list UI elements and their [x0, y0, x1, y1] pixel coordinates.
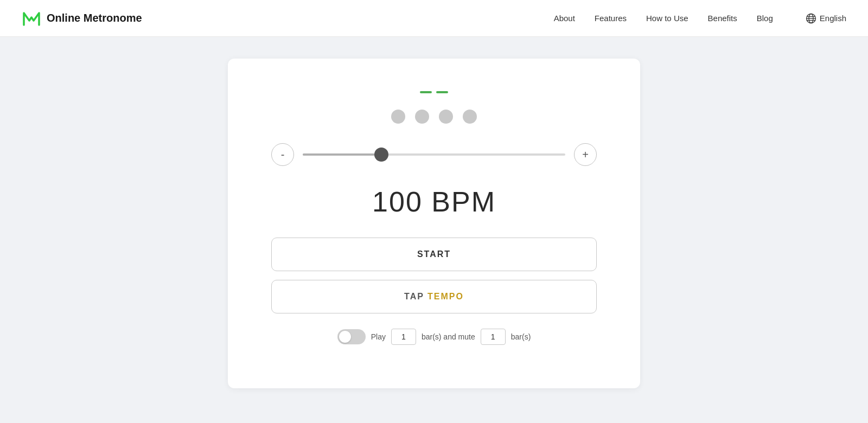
- mute-bar-controls: Play bar(s) and mute bar(s): [337, 329, 531, 345]
- decrease-tempo-button[interactable]: -: [271, 143, 294, 166]
- logo-icon: [22, 9, 41, 28]
- slider-fill: [303, 153, 381, 156]
- metronome-card: - + 100 BPM START TAP TEMPO Play: [228, 59, 640, 388]
- pendulum-dash-right: [436, 91, 448, 93]
- main-nav: About Features How to Use Benefits Blog: [554, 14, 773, 23]
- play-bars-input[interactable]: [391, 329, 416, 345]
- mute-bars-input[interactable]: [481, 329, 506, 345]
- bars-label: bar(s): [511, 332, 531, 341]
- beat-dot-4: [463, 110, 477, 124]
- tempo-text: TEMPO: [427, 292, 464, 301]
- nav-about[interactable]: About: [554, 14, 575, 23]
- slider-wrapper: [303, 143, 565, 166]
- logo-area: Online Metronome: [22, 9, 142, 28]
- beat-dot-3: [439, 110, 453, 124]
- site-title: Online Metronome: [47, 12, 142, 24]
- language-label: English: [820, 14, 846, 23]
- language-selector[interactable]: English: [806, 13, 846, 24]
- tempo-slider-container: - +: [271, 143, 597, 166]
- tap-tempo-button[interactable]: TAP TEMPO: [271, 280, 597, 313]
- beat-dot-1: [391, 110, 405, 124]
- nav-features[interactable]: Features: [595, 14, 627, 23]
- start-button[interactable]: START: [271, 238, 597, 271]
- bpm-display: 100 BPM: [372, 185, 496, 218]
- pendulum-dash-left: [420, 91, 432, 93]
- nav-blog[interactable]: Blog: [757, 14, 773, 23]
- bpm-unit: BPM: [431, 186, 496, 217]
- beat-dot-2: [415, 110, 429, 124]
- tap-text: TAP: [404, 292, 427, 301]
- bpm-value: 100: [372, 186, 423, 217]
- toggle-knob: [339, 331, 351, 343]
- pendulum-indicator: [420, 91, 448, 93]
- beat-dots: [391, 110, 477, 124]
- bars-and-mute-label: bar(s) and mute: [422, 332, 475, 341]
- mute-toggle[interactable]: [337, 329, 366, 344]
- globe-icon: [806, 13, 816, 24]
- play-label: Play: [371, 332, 386, 341]
- increase-tempo-button[interactable]: +: [574, 143, 597, 166]
- slider-track: [303, 153, 565, 156]
- slider-thumb[interactable]: [374, 148, 388, 162]
- nav-how-to-use[interactable]: How to Use: [646, 14, 688, 23]
- nav-benefits[interactable]: Benefits: [708, 14, 737, 23]
- site-header: Online Metronome About Features How to U…: [0, 0, 868, 37]
- main-content: - + 100 BPM START TAP TEMPO Play: [0, 37, 868, 410]
